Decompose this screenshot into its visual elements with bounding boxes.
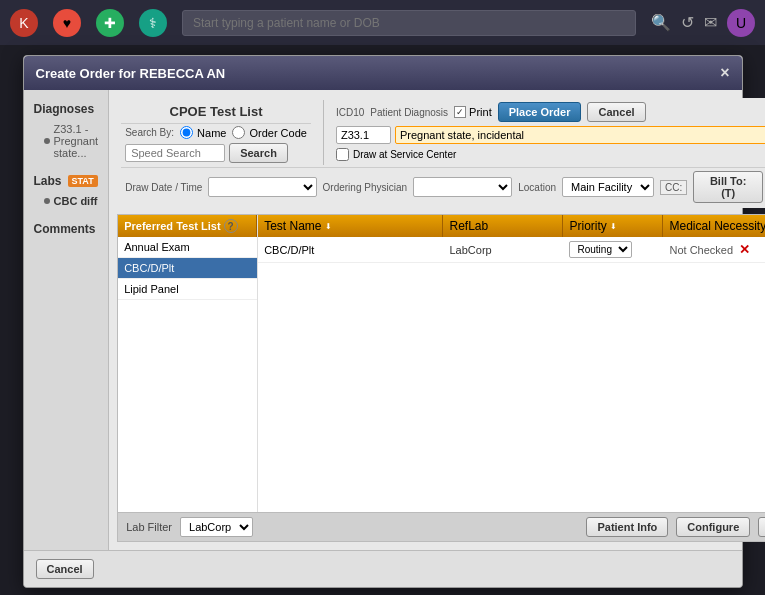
print-checkbox[interactable] bbox=[454, 106, 466, 118]
table-body: Preferred Test List ? Annual Exam CBC/D/… bbox=[118, 215, 765, 512]
remove-row-button[interactable]: ✕ bbox=[739, 242, 750, 257]
med-necessity-cell: Not Checked ✕ ⬇ bbox=[663, 238, 765, 261]
order-sidebar: Diagnoses Z33.1 - Pregnant state... Labs… bbox=[24, 90, 110, 550]
place-order-button[interactable]: Place Order bbox=[498, 102, 582, 122]
icd10-code-input[interactable] bbox=[336, 126, 391, 144]
modal-close-button[interactable]: × bbox=[720, 64, 729, 82]
lab-filter-label: Lab Filter bbox=[126, 521, 172, 533]
patient-info-button[interactable]: Patient Info bbox=[586, 517, 668, 537]
order-table-data: Test Name ⬇ RefLab Priority ⬇ bbox=[258, 215, 765, 512]
app-icon-k[interactable]: K bbox=[10, 9, 38, 37]
location-select[interactable]: Main Facility bbox=[562, 177, 654, 197]
bullet-icon bbox=[44, 138, 50, 144]
physician-select[interactable] bbox=[413, 177, 512, 197]
preferred-list-header: Preferred Test List ? bbox=[118, 215, 257, 237]
labs-section-label: Labs STAT bbox=[24, 170, 109, 192]
service-center-label: Draw at Service Center bbox=[353, 149, 456, 160]
bullet-icon bbox=[44, 198, 50, 204]
cc-label: CC: bbox=[660, 180, 687, 195]
name-radio[interactable] bbox=[180, 126, 193, 139]
mail-icon[interactable]: ✉ bbox=[704, 13, 717, 32]
medical-icon[interactable]: ⚕ bbox=[139, 9, 167, 37]
diagnoses-section-label: Diagnoses bbox=[24, 98, 109, 120]
ref-lab-cell: LabCorp bbox=[443, 240, 563, 260]
medical-necessity-header: Medical Necessity ⬇ bbox=[663, 215, 765, 237]
search-icon[interactable]: 🔍 bbox=[651, 13, 671, 32]
patient-diagnosis-input[interactable] bbox=[395, 126, 765, 144]
list-item-annual-exam[interactable]: Annual Exam bbox=[118, 237, 257, 258]
priority-select[interactable]: Routing STAT bbox=[569, 241, 632, 258]
ref-lab-header: RefLab bbox=[443, 215, 563, 237]
comments-section-label: Comments bbox=[24, 218, 109, 240]
patient-search-input[interactable] bbox=[182, 10, 636, 36]
lab-filter-select[interactable]: LabCorp bbox=[180, 517, 253, 537]
test-name-header: Test Name ⬇ bbox=[258, 215, 443, 237]
modal-header: Create Order for REBECCA AN × bbox=[24, 56, 742, 90]
draw-date-label: Draw Date / Time bbox=[125, 182, 202, 193]
med-necessity-value: Not Checked ✕ ⬇ bbox=[669, 242, 765, 257]
stat-badge: STAT bbox=[68, 175, 98, 187]
speed-search-input[interactable] bbox=[125, 144, 225, 162]
list-item-lipid-panel[interactable]: Lipid Panel bbox=[118, 279, 257, 300]
bill-to-button[interactable]: Bill To: (T) bbox=[693, 171, 763, 203]
table-row: CBC/D/Plt LabCorp Routing STAT bbox=[258, 237, 765, 263]
order-table: Preferred Test List ? Annual Exam CBC/D/… bbox=[117, 214, 765, 542]
cpoe-form-area: CPOE Test List Search By: Name Order Cod… bbox=[117, 98, 765, 208]
top-navigation-bar: K ♥ ✚ ⚕ 🔍 ↺ ✉ U bbox=[0, 0, 765, 45]
preferred-list-info-icon[interactable]: ? bbox=[224, 219, 238, 233]
print-checkbox-area[interactable]: Print bbox=[454, 106, 492, 118]
table-column-headers: Test Name ⬇ RefLab Priority ⬇ bbox=[258, 215, 765, 237]
table-bottom-bar: Lab Filter LabCorp Patient Info Configur… bbox=[118, 512, 765, 541]
list-item-cbc[interactable]: CBC/D/Plt bbox=[118, 258, 257, 279]
configure-button[interactable]: Configure bbox=[676, 517, 750, 537]
modal-title: Create Order for REBECCA AN bbox=[36, 66, 226, 81]
order-code-radio-label[interactable]: Order Code bbox=[232, 126, 306, 139]
icd10-label: ICD10 bbox=[336, 107, 364, 118]
search-button[interactable]: Search bbox=[229, 143, 288, 163]
test-name-sort-icon[interactable]: ⬇ bbox=[325, 222, 332, 231]
cpoe-title: CPOE Test List bbox=[121, 100, 311, 124]
search-by-row: Search By: Name Order Code bbox=[121, 124, 311, 141]
name-radio-label[interactable]: Name bbox=[180, 126, 226, 139]
modal-overlay: Create Order for REBECCA AN × Diagnoses … bbox=[0, 45, 765, 595]
cancel-footer-button[interactable]: Cancel bbox=[36, 559, 94, 579]
location-label: Location bbox=[518, 182, 556, 193]
create-order-modal: Create Order for REBECCA AN × Diagnoses … bbox=[23, 55, 743, 588]
order-code-radio[interactable] bbox=[232, 126, 245, 139]
preferred-test-list: Preferred Test List ? Annual Exam CBC/D/… bbox=[118, 215, 258, 512]
cancel-top-button[interactable]: Cancel bbox=[587, 102, 645, 122]
modal-body: Diagnoses Z33.1 - Pregnant state... Labs… bbox=[24, 90, 742, 550]
priority-header: Priority ⬇ bbox=[563, 215, 663, 237]
divider bbox=[323, 100, 324, 165]
heart-icon[interactable]: ♥ bbox=[53, 9, 81, 37]
plus-icon[interactable]: ✚ bbox=[96, 9, 124, 37]
refresh-icon[interactable]: ↺ bbox=[681, 13, 694, 32]
physician-label: Ordering Physician bbox=[323, 182, 407, 193]
draw-date-select[interactable] bbox=[208, 177, 316, 197]
service-center-checkbox[interactable] bbox=[336, 148, 349, 161]
priority-sort-icon[interactable]: ⬇ bbox=[610, 222, 617, 231]
modal-footer: Cancel bbox=[24, 550, 742, 587]
patient-diagnosis-label: Patient Diagnosis bbox=[370, 107, 448, 118]
labs-item-cbc[interactable]: CBC diff bbox=[24, 192, 109, 210]
search-by-label: Search By: bbox=[125, 127, 174, 138]
diagnoses-item[interactable]: Z33.1 - Pregnant state... bbox=[24, 120, 109, 162]
order-content-area: CPOE Test List Search By: Name Order Cod… bbox=[109, 90, 765, 550]
clear-order-button[interactable]: Clear Order bbox=[758, 517, 765, 537]
test-name-cell: CBC/D/Plt bbox=[258, 240, 443, 260]
priority-cell[interactable]: Routing STAT bbox=[563, 237, 663, 262]
user-icon[interactable]: U bbox=[727, 9, 755, 37]
row-down-icon[interactable]: ⬇ bbox=[756, 245, 763, 254]
